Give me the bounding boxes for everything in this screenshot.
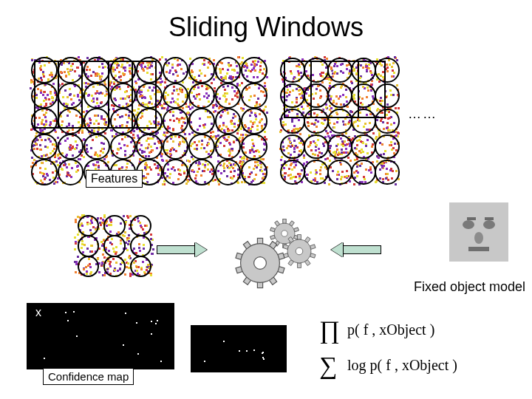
sliding-window: [81, 61, 157, 129]
svg-point-52: [474, 232, 483, 244]
svg-rect-21: [283, 219, 286, 223]
svg-rect-50: [467, 217, 476, 220]
model-gears-icon: [214, 213, 325, 294]
svg-point-49: [483, 220, 495, 229]
svg-point-33: [296, 248, 303, 255]
svg-point-48: [463, 220, 474, 229]
svg-rect-53: [468, 247, 489, 251]
svg-rect-31: [298, 235, 301, 239]
svg-rect-51: [485, 217, 494, 220]
svg-rect-26: [298, 263, 301, 267]
x-axis-label: x: [33, 306, 44, 319]
fixed-model-label: Fixed object model: [414, 279, 525, 295]
sliding-window: [310, 61, 386, 118]
svg-rect-13: [270, 228, 276, 232]
svg-text:log p( f , xObject ): log p( f , xObject ): [347, 357, 457, 374]
feature-patch: [74, 214, 152, 275]
svg-rect-19: [294, 228, 299, 232]
arrow-from-face: [331, 242, 381, 257]
confidence-map: [191, 325, 287, 372]
svg-text:∑: ∑: [319, 352, 337, 380]
features-label: Features: [86, 170, 143, 188]
svg-text:p( f , xObject ): p( f , xObject ): [347, 321, 434, 338]
ellipsis: ……: [408, 106, 437, 122]
confidence-map: [27, 303, 174, 369]
likelihood-equation: ∏ p( f , xObject ): [319, 316, 511, 346]
arrow-to-model: [157, 242, 207, 257]
slide-title: Sliding Windows: [0, 12, 532, 43]
svg-rect-14: [270, 235, 276, 239]
svg-point-11: [282, 231, 287, 236]
object-template-icon: [449, 202, 508, 262]
confidence-map-label: Confidence map: [43, 368, 134, 385]
svg-text:∏: ∏: [319, 316, 340, 344]
loglikelihood-equation: ∑ log p( f , xObject ): [319, 352, 526, 384]
svg-point-45: [254, 257, 267, 270]
